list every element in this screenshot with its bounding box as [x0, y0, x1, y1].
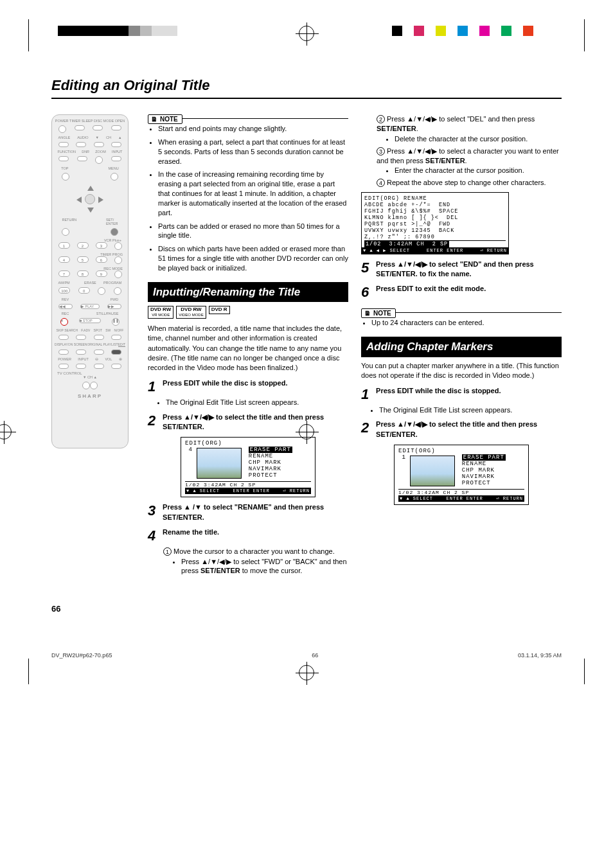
page-content: Editing an Original Title POWERTIMER SLE… — [0, 39, 613, 639]
step-6: 6 Press EDIT to exit the edit mode. — [361, 284, 562, 301]
osd-edit-org-1: EDIT(ORG) 4 ERASE PART RENAME CHP MARK N… — [181, 437, 315, 497]
note-item: In the case of increasing remaining reco… — [158, 170, 348, 217]
note-icon — [364, 310, 371, 317]
note-item: Parts can be added or erased no more tha… — [158, 222, 348, 241]
step-5: 5 Press ▲/▼/◀/▶ to select "END" and then… — [361, 260, 562, 279]
footer-pagenum: 66 — [312, 652, 318, 659]
step2-1: 1 Press EDIT while the disc is stopped. — [361, 386, 562, 403]
page-number: 66 — [51, 604, 562, 614]
footer-timestamp: 03.1.14, 9:35 AM — [518, 652, 562, 659]
right-column: 2Press ▲/▼/◀/▶ to select "DEL" and then … — [361, 114, 562, 578]
middle-column: NOTE Start and end points may change sli… — [148, 114, 348, 578]
osd-edit-org-2: EDIT(ORG) 1 ERASE PART RENAME CHP MARK N… — [394, 445, 529, 505]
disc-tags: DVD RWVR MODE DVD RWVIDEO MODE DVD R — [148, 306, 348, 318]
remote-control-illustration: POWERTIMER SLEEPDISC MODEOPEN ANGLEAUDIO… — [51, 114, 129, 448]
step-3: 3 Press ▲ /▼ to select "RENAME" and then… — [148, 502, 348, 522]
step2-2: 2 Press ▲/▼/◀/▶ to select the title and … — [361, 420, 562, 439]
remote-column: POWERTIMER SLEEPDISC MODEOPEN ANGLEAUDIO… — [51, 114, 135, 578]
footer-filename: DV_RW2U#p62-70.p65 — [51, 652, 112, 659]
footer: DV_RW2U#p62-70.p65 66 03.1.14, 9:35 AM — [0, 639, 613, 665]
step-1: 1 Press EDIT while the disc is stopped. — [148, 378, 348, 395]
osd-rename-grid: EDIT(ORG) RENAME ABCDE abcde +-/*= END F… — [361, 192, 509, 254]
step-4: 4 Rename the title. — [148, 527, 348, 544]
section-intro: When material is recorded, a title name … — [148, 324, 348, 373]
note-list: Start and end points may change slightly… — [148, 124, 348, 273]
page-title: Editing an Original Title — [51, 77, 562, 99]
note-label-2: NOTE — [361, 308, 396, 318]
note-icon — [151, 116, 157, 123]
note-item: Start and end points may change slightly… — [158, 124, 348, 134]
print-marks-top — [0, 0, 613, 39]
step-2: 2 Press ▲/▼/◀/▶ to select the title and … — [148, 412, 348, 432]
note-item: When erasing a part, select a part that … — [158, 137, 348, 166]
section-header-rename: Inputting/Renaming the Title — [148, 282, 348, 303]
section-header-chapter: Adding Chapter Markers — [361, 337, 562, 357]
note-label: NOTE — [148, 114, 182, 124]
print-crosshair-right — [299, 424, 314, 439]
note-item: Discs on which parts have been added or … — [158, 244, 348, 273]
